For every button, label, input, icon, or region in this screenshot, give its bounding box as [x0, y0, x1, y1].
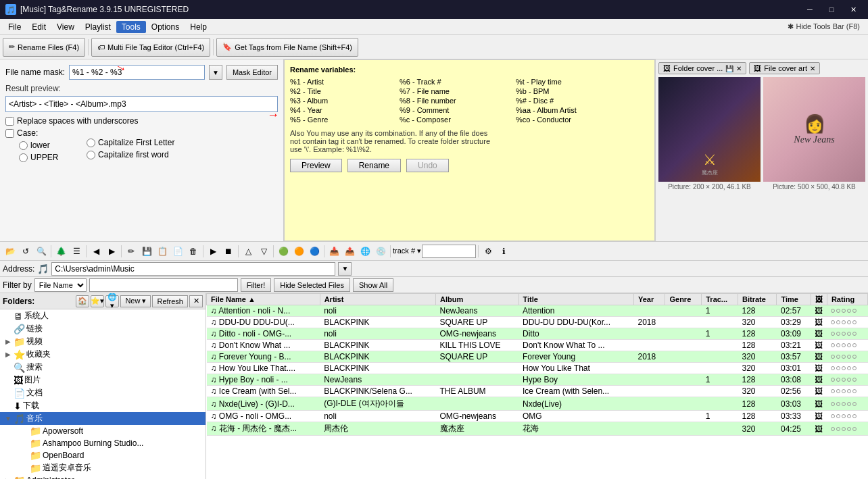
cell-rating[interactable]	[827, 422, 867, 436]
tree-item-downloads[interactable]: ⬇ 下载	[0, 399, 206, 412]
rating-dot[interactable]	[836, 402, 840, 406]
rating-dot[interactable]	[831, 427, 835, 431]
rating-dot[interactable]	[831, 414, 835, 418]
rating-dot[interactable]	[852, 378, 857, 382]
capitalize-first-letter-radio[interactable]	[87, 138, 95, 147]
col-time[interactable]: Time	[777, 294, 811, 305]
rating-dot[interactable]	[836, 332, 840, 336]
rating-dot[interactable]	[847, 309, 851, 313]
tag-paste-icon-btn[interactable]: 📄	[170, 244, 185, 259]
tree-item-video[interactable]: ▶ 📁 视频	[0, 335, 206, 348]
rating-dot[interactable]	[842, 427, 846, 431]
rename-files-button[interactable]: ✏ Rename Files (F4)	[3, 38, 85, 57]
minimize-button[interactable]: ─	[800, 3, 819, 16]
rating-dot[interactable]	[852, 427, 857, 431]
col-year[interactable]: Year	[634, 294, 665, 305]
hide-selected-files-button[interactable]: Hide Selected Files	[274, 278, 350, 292]
down-icon-btn[interactable]: ▽	[256, 244, 271, 259]
filter-type-select[interactable]: File Name Artist Album Title	[34, 278, 87, 292]
filter-text-input[interactable]	[89, 278, 238, 292]
tree-item-search[interactable]: 🔍 搜索	[0, 361, 206, 374]
tree-item-pictures[interactable]: 🖼 图片	[0, 374, 206, 386]
tree-item-documents[interactable]: 📄 文档	[0, 386, 206, 399]
capitalize-first-word-radio[interactable]	[87, 151, 95, 159]
tree-item-apowersoft[interactable]: 📁 Apowersoft	[0, 425, 206, 437]
undo-button[interactable]: Undo	[406, 159, 449, 172]
col-rating[interactable]: Rating	[827, 294, 867, 305]
rating-dot[interactable]	[852, 320, 857, 324]
col-file-name[interactable]: File Name ▲	[207, 294, 320, 305]
col-artist[interactable]: Artist	[320, 294, 435, 305]
cell-rating[interactable]	[827, 386, 867, 397]
mask-input[interactable]	[69, 65, 205, 80]
rating-dot[interactable]	[852, 332, 857, 336]
table-row[interactable]: ♫ Ditto - noli - OMG-...noliOMG-newjeans…	[207, 328, 868, 340]
rating-dot[interactable]	[847, 378, 851, 382]
cell-rating[interactable]	[827, 363, 867, 374]
import-icon-btn[interactable]: 📥	[327, 244, 341, 259]
rating-dot[interactable]	[836, 320, 840, 324]
get-tags-button[interactable]: 🔖 Get Tags from File Name (Shift+F4)	[216, 38, 358, 57]
rating-dot[interactable]	[836, 355, 840, 359]
col-track[interactable]: Trac...	[702, 294, 738, 305]
green-icon-btn[interactable]: 🟢	[276, 244, 291, 259]
open-folder-icon-btn[interactable]: 📂	[3, 244, 18, 259]
rating-dot[interactable]	[836, 427, 840, 431]
rating-dot[interactable]	[847, 427, 851, 431]
cell-rating[interactable]	[827, 340, 867, 351]
hide-tools-bar[interactable]: ✱ Hide Tools Bar (F8)	[782, 21, 865, 32]
tree-item-ashampoo[interactable]: 📁 Ashampoo Burning Studio...	[0, 437, 206, 449]
table-row[interactable]: ♫ OMG - noli - OMG...noliOMG-newjeansOMG…	[207, 411, 868, 422]
play-icon-btn[interactable]: ▶	[206, 244, 220, 259]
tag-copy-icon-btn[interactable]: 📋	[155, 244, 170, 259]
folder-cover-tab[interactable]: 🖼 Folder cover ... 💾 ✕	[658, 62, 746, 74]
export-icon-btn[interactable]: 📤	[342, 244, 357, 259]
col-title[interactable]: Title	[519, 294, 633, 305]
tag-save-icon-btn[interactable]: 💾	[139, 244, 154, 259]
table-row[interactable]: ♫ Don't Know What ...BLACKPINKKILL THIS …	[207, 340, 868, 351]
maximize-button[interactable]: □	[822, 3, 841, 16]
rating-dot[interactable]	[836, 366, 840, 370]
tree-icon-btn[interactable]: 🌲	[53, 244, 68, 259]
rating-dot[interactable]	[831, 402, 835, 406]
rating-dot[interactable]	[831, 355, 835, 359]
lower-radio[interactable]	[19, 141, 28, 150]
tree-item-openboard[interactable]: 📁 OpenBoard	[0, 449, 206, 461]
case-checkbox[interactable]	[5, 129, 14, 138]
cell-rating[interactable]	[827, 397, 867, 411]
tree-item-administrator[interactable]: ▶ 📁 Administrator	[0, 474, 206, 479]
rating-dot[interactable]	[842, 343, 846, 347]
menu-view[interactable]: View	[51, 21, 80, 33]
folder-home-btn[interactable]: 🏠	[76, 295, 89, 307]
rating-dot[interactable]	[847, 355, 851, 359]
table-row[interactable]: ♫ DDU-DU DDU-DU(... BLACKPINKSQUARE UPDD…	[207, 317, 868, 328]
rating-dot[interactable]	[847, 332, 851, 336]
tree-item-music[interactable]: ▼ 🎵 音乐	[0, 412, 206, 425]
rating-dot[interactable]	[847, 389, 851, 393]
address-input[interactable]: C:\Users\admin\Music	[51, 262, 335, 276]
cell-rating[interactable]	[827, 328, 867, 340]
tree-item-android-music[interactable]: 📁 逍遥安卓音乐	[0, 461, 206, 474]
refresh-icon-btn[interactable]: ↺	[18, 244, 33, 259]
rating-dot[interactable]	[847, 320, 851, 324]
cell-rating[interactable]	[827, 317, 867, 328]
folder-close-btn[interactable]: ✕	[189, 295, 203, 307]
table-row[interactable]: ♫ Forever Young - B...BLACKPINKSQUARE UP…	[207, 351, 868, 363]
info-icon-btn[interactable]: ℹ	[496, 244, 511, 259]
search-icon-btn[interactable]: 🔍	[34, 244, 49, 259]
rating-dot[interactable]	[842, 378, 846, 382]
rating-dot[interactable]	[831, 389, 835, 393]
menu-file[interactable]: File	[3, 21, 26, 33]
close-button[interactable]: ✕	[844, 3, 863, 16]
mask-editor-button[interactable]: Mask Editor	[226, 65, 278, 80]
rating-dot[interactable]	[842, 309, 846, 313]
stop-icon-btn[interactable]: ⏹	[221, 244, 236, 259]
rating-dot[interactable]	[852, 402, 857, 406]
folder-web-btn[interactable]: 🌐▾	[105, 295, 119, 307]
rating-dot[interactable]	[852, 343, 857, 347]
address-dropdown-btn[interactable]: ▼	[338, 262, 352, 276]
rating-dot[interactable]	[836, 309, 840, 313]
orange-icon-btn[interactable]: 🟠	[291, 244, 306, 259]
multi-tag-editor-button[interactable]: 🏷 Multi File Tag Editor (Ctrl+F4)	[91, 38, 210, 57]
rating-dot[interactable]	[852, 309, 857, 313]
